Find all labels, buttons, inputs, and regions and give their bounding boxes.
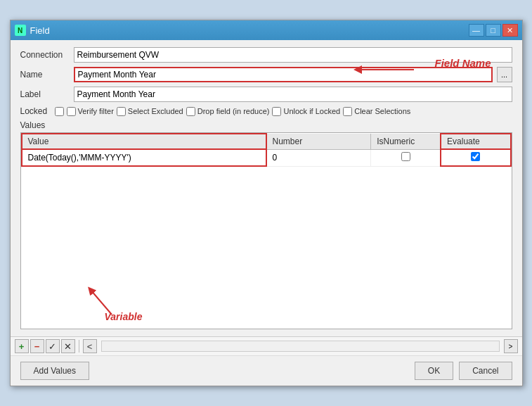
close-button[interactable]: ✕ — [502, 24, 518, 37]
cell-isnumeric — [371, 149, 441, 166]
locked-checkbox[interactable] — [55, 107, 64, 116]
verify-filter-checkbox[interactable] — [67, 107, 76, 116]
drop-field-checkbox[interactable] — [186, 107, 195, 116]
maximize-button[interactable]: □ — [486, 24, 501, 37]
name-input[interactable] — [74, 67, 493, 82]
clear-selections-checkbox[interactable] — [343, 107, 352, 116]
values-table-container[interactable]: Value Number IsNumeric Evaluate Date(Tod… — [20, 132, 512, 329]
values-section: Values Value Number IsNumeric Evaluate D… — [20, 120, 512, 329]
label-label: Label — [20, 89, 70, 99]
options-row: Locked Verify filter Select Excluded Dro… — [20, 106, 512, 116]
name-label: Name — [20, 70, 70, 80]
select-excluded-checkbox[interactable] — [117, 107, 126, 116]
connection-row: Connection — [20, 47, 512, 63]
name-row: Name ... — [20, 67, 512, 82]
field-dialog: N Field — □ ✕ Connection Name ... Field … — [10, 20, 523, 386]
dialog-content: Connection Name ... Field Name — [11, 40, 522, 336]
title-bar: N Field — □ ✕ — [11, 20, 522, 40]
title-bar-left: N Field — [15, 25, 50, 36]
col-header-isnumeric: IsNumeric — [371, 134, 441, 149]
select-excluded-item: Select Excluded — [117, 107, 183, 116]
col-header-evaluate: Evaluate — [441, 134, 510, 149]
locked-label: Locked — [20, 106, 52, 116]
clear-selections-item: Clear Selections — [343, 107, 410, 116]
evaluate-checkbox[interactable] — [471, 152, 480, 161]
cell-number: 0 — [266, 149, 371, 166]
label-input[interactable] — [74, 87, 512, 102]
connection-label: Connection — [20, 50, 70, 60]
add-row-button[interactable]: + — [15, 339, 29, 353]
minimize-button[interactable]: — — [469, 24, 484, 37]
toolbar-separator — [79, 340, 79, 353]
confirm-button[interactable]: ✓ — [46, 339, 60, 353]
window-title: Field — [30, 25, 50, 36]
discard-button[interactable]: ✕ — [61, 339, 75, 353]
verify-filter-label: Verify filter — [78, 107, 114, 115]
values-label: Values — [20, 120, 512, 130]
drop-field-item: Drop field (in reduce) — [186, 107, 270, 116]
cancel-button[interactable]: Cancel — [459, 362, 512, 380]
title-bar-controls: — □ ✕ — [469, 24, 518, 37]
unlock-if-locked-checkbox[interactable] — [272, 107, 281, 116]
clear-selections-label: Clear Selections — [354, 107, 410, 115]
add-values-button[interactable]: Add Values — [20, 362, 90, 380]
bottom-toolbar: + − ✓ ✕ < > — [11, 336, 522, 355]
scroll-indicator — [101, 341, 500, 352]
table-row: Date(Today(),'MMM-YYYY') 0 — [22, 149, 511, 166]
unlock-if-locked-label: Unlock if Locked — [283, 107, 340, 115]
remove-row-button[interactable]: − — [30, 339, 44, 353]
cell-value: Date(Today(),'MMM-YYYY') — [22, 149, 266, 166]
dialog-footer: Add Values OK Cancel — [11, 355, 522, 386]
unlock-if-locked-item: Unlock if Locked — [272, 107, 340, 116]
scroll-left-button[interactable]: < — [83, 339, 97, 353]
select-excluded-label: Select Excluded — [128, 107, 183, 115]
col-header-value: Value — [22, 134, 266, 149]
drop-field-label: Drop field (in reduce) — [197, 107, 270, 115]
scroll-right-button[interactable]: > — [504, 339, 518, 353]
connection-input[interactable] — [74, 47, 512, 63]
ok-button[interactable]: OK — [415, 362, 453, 380]
col-header-number: Number — [266, 134, 371, 149]
locked-checkbox-item — [55, 107, 64, 116]
footer-right: OK Cancel — [415, 362, 512, 380]
cell-evaluate — [441, 149, 510, 166]
isnumeric-checkbox[interactable] — [401, 152, 410, 161]
verify-filter-item: Verify filter — [67, 107, 114, 116]
values-table: Value Number IsNumeric Evaluate Date(Tod… — [21, 133, 512, 167]
app-icon: N — [15, 25, 26, 36]
name-row-wrapper: Name ... Field Name — [20, 67, 512, 82]
label-row: Label — [20, 87, 512, 102]
browse-button[interactable]: ... — [497, 67, 512, 82]
